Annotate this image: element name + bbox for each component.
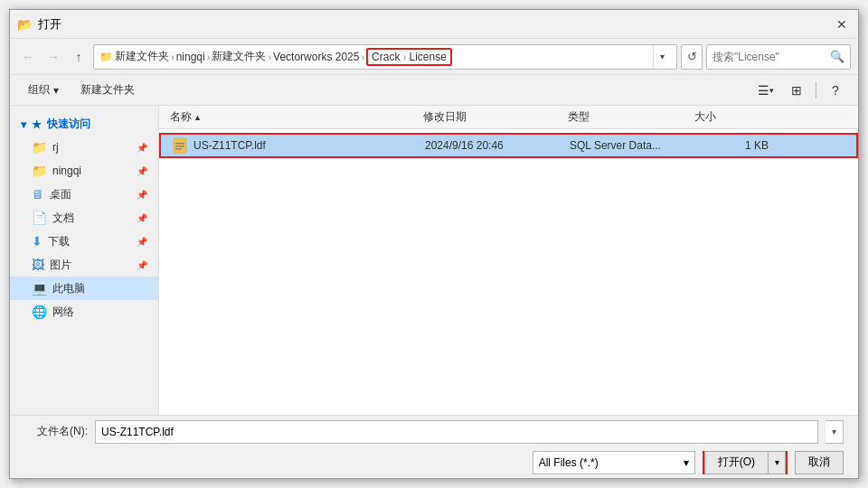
organize-button[interactable]: 组织 ▾ [21, 79, 66, 102]
sep5: › [403, 52, 410, 62]
sidebar-item-ningqi-label: ningqi [52, 164, 81, 177]
pin-icon: 📌 [137, 166, 147, 176]
quick-access-text: 快速访问 [47, 117, 90, 132]
file-type-cell: SQL Server Data... [570, 139, 696, 152]
filetype-dropdown-icon: ▾ [684, 456, 689, 469]
sidebar-item-downloads[interactable]: ⬇ 下载 📌 [10, 230, 158, 253]
folder-icon: 📁 [32, 164, 47, 178]
svg-rect-3 [175, 148, 182, 150]
search-icon[interactable]: 🔍 [830, 50, 844, 63]
view-grid-icon: ⊞ [791, 83, 802, 98]
file-date-cell: 2024/9/16 20:46 [425, 139, 570, 152]
sidebar-item-rj[interactable]: 📁 rj 📌 [10, 136, 158, 159]
sidebar-item-this-pc[interactable]: 💻 此电脑 [10, 277, 158, 300]
col-type-label: 类型 [568, 109, 590, 125]
search-input[interactable] [712, 51, 826, 63]
sep2: › [207, 52, 211, 62]
pictures-icon: 🖼 [32, 258, 44, 272]
sidebar-item-desktop-label: 桌面 [50, 187, 71, 202]
col-name-label: 名称 [170, 109, 192, 125]
network-icon: 🌐 [32, 305, 47, 319]
file-name: US-Z11TCP.ldf [193, 139, 266, 152]
filename-input[interactable] [95, 420, 818, 444]
col-header-name[interactable]: 名称 ▲ [170, 109, 423, 125]
sidebar-item-ningqi[interactable]: 📁 ningqi 📌 [10, 159, 158, 183]
help-button[interactable]: ? [824, 79, 847, 102]
bottom-bar: 文件名(N): ▾ All Files (*.*) ▾ 打开(O) ▾ 取消 [10, 415, 858, 478]
close-button[interactable]: ✕ [833, 15, 851, 33]
open-button-group: 打开(O) ▾ [703, 451, 788, 474]
svg-rect-1 [175, 143, 184, 145]
folder-icon: 📁 [32, 140, 47, 155]
sidebar-item-network-label: 网络 [52, 305, 74, 320]
downloads-icon: ⬇ [32, 234, 42, 249]
table-row[interactable]: US-Z11TCP.ldf 2024/9/16 20:46 SQL Server… [159, 133, 858, 158]
back-button[interactable]: ← [17, 46, 39, 68]
filetype-select[interactable]: All Files (*.*) ▾ [533, 451, 695, 474]
sidebar-item-desktop[interactable]: 🖥 桌面 📌 [10, 183, 158, 206]
sidebar: ▾ ★ 快速访问 📁 rj 📌 📁 ningqi 📌 🖥 桌面 📌 📄 [10, 106, 159, 415]
title-bar: 📂 打开 ✕ [10, 10, 858, 39]
open-dropdown-arrow[interactable]: ▾ [768, 451, 786, 474]
folder-icon: 📂 [17, 17, 33, 32]
help-icon: ? [832, 83, 839, 98]
main-content: ▾ ★ 快速访问 📁 rj 📌 📁 ningqi 📌 🖥 桌面 📌 📄 [10, 106, 858, 415]
refresh-button[interactable]: ↺ [681, 44, 703, 70]
pc-icon: 💻 [32, 281, 47, 296]
desktop-icon: 🖥 [32, 187, 44, 202]
open-button[interactable]: 打开(O) [704, 451, 768, 474]
file-name-cell: US-Z11TCP.ldf [172, 137, 425, 154]
file-size-cell: 1 KB [696, 139, 769, 152]
search-bar[interactable]: 🔍 [706, 44, 851, 70]
view-details-button[interactable]: ☰ ▾ [754, 79, 778, 102]
quick-access-header[interactable]: ▾ ★ 快速访问 [10, 113, 158, 136]
forward-button[interactable]: → [42, 46, 64, 68]
toolbar-divider [816, 82, 816, 99]
sidebar-item-rj-label: rj [52, 141, 59, 154]
file-list-header: 名称 ▲ 修改日期 类型 大小 [159, 106, 858, 129]
folder-icon-small: 📁 [99, 51, 113, 63]
dialog-title: 打开 [38, 16, 61, 33]
address-dropdown-arrow[interactable]: ▾ [653, 45, 671, 69]
new-folder-label: 新建文件夹 [80, 82, 135, 98]
file-list[interactable]: US-Z11TCP.ldf 2024/9/16 20:46 SQL Server… [159, 129, 858, 415]
filename-row: 文件名(N): ▾ [24, 420, 844, 444]
up-button[interactable]: ↑ [68, 46, 90, 68]
sep3: › [268, 52, 271, 62]
crumb-1: 新建文件夹 [115, 49, 169, 64]
sidebar-item-pictures[interactable]: 🖼 图片 📌 [10, 253, 158, 277]
sep1: › [171, 52, 175, 62]
crumb-license: License [410, 51, 447, 63]
col-header-type[interactable]: 类型 [568, 109, 694, 125]
sidebar-item-documents-label: 文档 [52, 211, 74, 226]
crumb-3: 新建文件夹 [212, 49, 266, 64]
sort-asc-icon: ▲ [193, 113, 202, 122]
pin-icon: 📌 [137, 213, 147, 223]
sidebar-item-network[interactable]: 🌐 网络 [10, 300, 158, 324]
crumb-crack: Crack [372, 51, 400, 63]
col-date-label: 修改日期 [423, 109, 467, 125]
chevron-down-icon: ▾ [21, 118, 26, 131]
view-grid-button[interactable]: ⊞ [785, 79, 808, 102]
col-header-date[interactable]: 修改日期 [423, 109, 568, 125]
pin-icon: 📌 [137, 143, 147, 153]
filename-dropdown-arrow[interactable]: ▾ [826, 420, 844, 444]
crumb-highlighted: Crack › License [366, 48, 452, 66]
sidebar-item-documents[interactable]: 📄 文档 📌 [10, 206, 158, 230]
documents-icon: 📄 [32, 211, 47, 225]
organize-arrow-icon: ▾ [53, 84, 59, 97]
pin-icon: 📌 [137, 190, 147, 200]
toolbar: ← → ↑ 📁 新建文件夹 › ningqi › 新建文件夹 › Vectorw… [10, 39, 858, 75]
new-folder-button[interactable]: 新建文件夹 [73, 79, 142, 102]
cancel-button[interactable]: 取消 [795, 451, 844, 474]
address-bar[interactable]: 📁 新建文件夹 › ningqi › 新建文件夹 › Vectorworks 2… [93, 44, 677, 70]
view-list-arrow-icon: ▾ [769, 86, 774, 95]
organize-label: 组织 [28, 82, 50, 98]
title-bar-left: 📂 打开 [17, 16, 61, 33]
sidebar-item-downloads-label: 下载 [48, 234, 70, 249]
sidebar-item-pictures-label: 图片 [50, 258, 71, 273]
svg-rect-2 [175, 145, 184, 147]
secondary-toolbar: 组织 ▾ 新建文件夹 ☰ ▾ ⊞ ? [10, 75, 858, 106]
pin-icon: 📌 [137, 237, 147, 247]
col-header-size[interactable]: 大小 [694, 109, 767, 125]
